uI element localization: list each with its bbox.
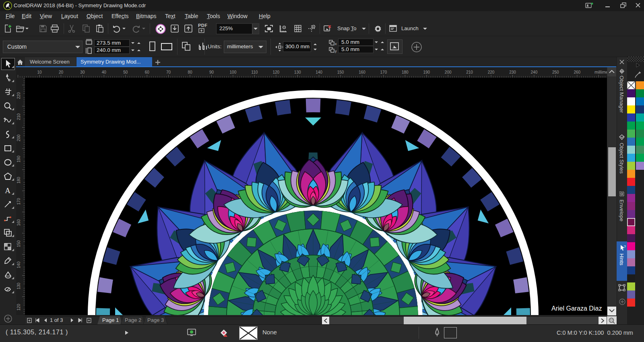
svg-text:220: 220 <box>488 70 495 74</box>
svg-text:10: 10 <box>37 70 42 74</box>
svg-text:80: 80 <box>188 70 192 74</box>
svg-text:210: 210 <box>17 113 21 120</box>
svg-text:260: 260 <box>574 70 580 74</box>
svg-text:200: 200 <box>17 134 21 141</box>
svg-text:140: 140 <box>17 262 21 268</box>
svg-text:70: 70 <box>166 70 171 74</box>
svg-text:150: 150 <box>17 240 21 247</box>
svg-text:Ariel Garaza Diaz: Ariel Garaza Diaz <box>551 305 602 312</box>
svg-text:200: 200 <box>445 70 452 74</box>
svg-text:?: ? <box>624 245 626 249</box>
svg-text:60: 60 <box>145 70 150 74</box>
svg-text:180: 180 <box>17 177 21 183</box>
svg-text:30: 30 <box>80 70 85 74</box>
svg-text:250: 250 <box>552 70 559 74</box>
svg-text:130: 130 <box>294 70 301 74</box>
svg-text:150: 150 <box>337 70 344 74</box>
svg-text:190: 190 <box>423 70 430 74</box>
svg-text:160: 160 <box>17 219 21 226</box>
svg-text:240: 240 <box>531 70 538 74</box>
svg-text:110: 110 <box>251 70 258 74</box>
svg-text:220: 220 <box>17 92 21 99</box>
svg-text:20: 20 <box>59 70 64 74</box>
svg-text:A: A <box>5 186 10 195</box>
svg-text:130: 130 <box>17 282 21 289</box>
svg-text:210: 210 <box>466 70 473 74</box>
svg-text:230: 230 <box>509 70 516 74</box>
svg-text:170: 170 <box>380 70 387 74</box>
svg-text:100: 100 <box>230 70 237 74</box>
svg-text:40: 40 <box>102 70 107 74</box>
svg-text:170: 170 <box>17 198 21 205</box>
svg-text:190: 190 <box>17 156 21 163</box>
svg-text:50: 50 <box>123 70 128 74</box>
svg-text:120: 120 <box>272 70 279 74</box>
svg-text:120: 120 <box>17 304 21 311</box>
svg-text:180: 180 <box>402 70 409 74</box>
svg-text:160: 160 <box>359 70 365 74</box>
svg-text:90: 90 <box>209 70 214 74</box>
svg-text:140: 140 <box>316 70 322 74</box>
